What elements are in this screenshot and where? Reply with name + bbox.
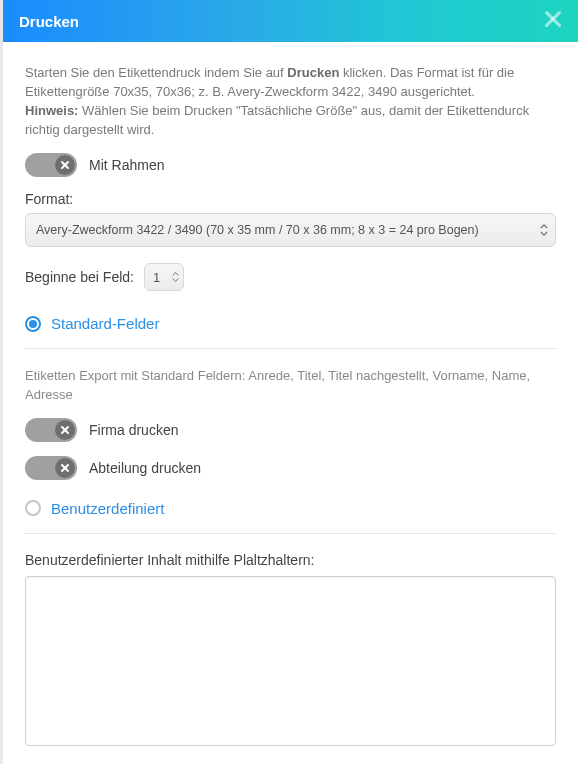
divider	[25, 533, 556, 534]
x-icon	[60, 156, 70, 174]
intro-part1: Starten Sie den Etikettendruck indem Sie…	[25, 65, 287, 80]
toggle-mit-rahmen[interactable]	[25, 153, 77, 177]
radio-standard[interactable]: Standard-Felder	[25, 315, 556, 332]
toggle-label-frame: Mit Rahmen	[89, 157, 164, 173]
x-icon	[60, 421, 70, 439]
radio-label-standard: Standard-Felder	[51, 315, 159, 332]
toggle-knob	[55, 420, 75, 440]
custom-content-textarea[interactable]	[25, 576, 556, 746]
toggle-firma-drucken[interactable]	[25, 418, 77, 442]
modal-header: Drucken	[3, 0, 578, 42]
format-value: Avery-Zweckform 3422 / 3490 (70 x 35 mm …	[36, 223, 479, 237]
toggle-knob	[55, 155, 75, 175]
toggle-row-department: Abteilung drucken	[25, 456, 556, 480]
print-modal: Drucken Starten Sie den Etikettendruck i…	[0, 0, 578, 764]
toggle-abteilung-drucken[interactable]	[25, 456, 77, 480]
modal-title: Drucken	[19, 13, 79, 30]
format-label: Format:	[25, 191, 556, 207]
begin-field-label: Beginne bei Feld:	[25, 269, 134, 285]
radio-icon-checked	[25, 316, 41, 332]
radio-icon-unchecked	[25, 500, 41, 516]
close-button[interactable]	[540, 8, 566, 34]
toggle-label-company: Firma drucken	[89, 422, 178, 438]
begin-field-select-wrap: 1	[144, 263, 184, 291]
intro-text: Starten Sie den Etikettendruck indem Sie…	[25, 64, 556, 139]
divider	[25, 348, 556, 349]
begin-field-value: 1	[153, 270, 160, 285]
toggle-knob	[55, 458, 75, 478]
format-select[interactable]: Avery-Zweckform 3422 / 3490 (70 x 35 mm …	[25, 213, 556, 247]
x-icon	[60, 459, 70, 477]
begin-field-row: Beginne bei Feld: 1	[25, 263, 556, 291]
intro-hint-text: Wählen Sie beim Drucken "Tatsächliche Gr…	[25, 103, 529, 137]
begin-field-select[interactable]: 1	[144, 263, 184, 291]
radio-custom[interactable]: Benutzerdefiniert	[25, 500, 556, 517]
toggle-row-frame: Mit Rahmen	[25, 153, 556, 177]
intro-strong: Drucken	[287, 65, 339, 80]
standard-fields-help: Etiketten Export mit Standard Feldern: A…	[25, 367, 556, 403]
close-icon	[542, 8, 564, 34]
intro-hint-label: Hinweis:	[25, 103, 78, 118]
radio-label-custom: Benutzerdefiniert	[51, 500, 164, 517]
toggle-row-company: Firma drucken	[25, 418, 556, 442]
toggle-label-department: Abteilung drucken	[89, 460, 201, 476]
modal-body: Starten Sie den Etikettendruck indem Sie…	[3, 42, 578, 764]
custom-content-label: Benutzerdefinierter Inhalt mithilfe Plal…	[25, 552, 556, 568]
format-select-wrap: Avery-Zweckform 3422 / 3490 (70 x 35 mm …	[25, 213, 556, 247]
